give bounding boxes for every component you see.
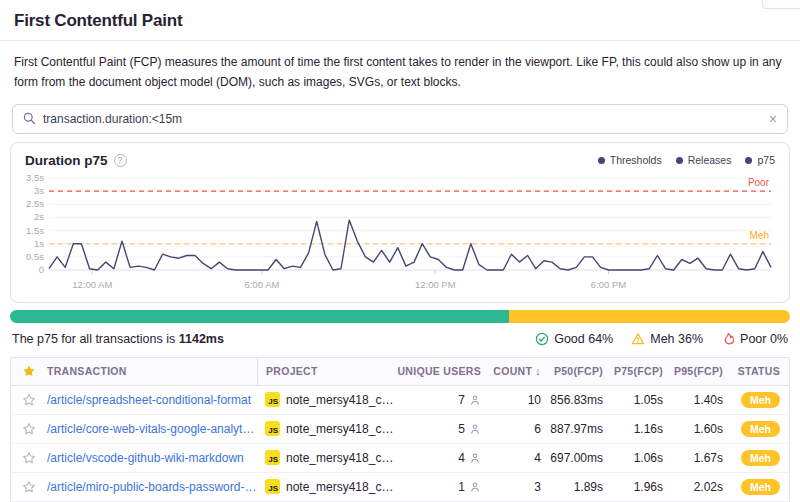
- legend-item-releases[interactable]: Releases: [676, 154, 732, 166]
- stat-label: Good 64%: [554, 332, 613, 346]
- chart-legend: Thresholds Releases p75: [598, 154, 775, 166]
- column-header-project[interactable]: PROJECT: [257, 358, 397, 385]
- legend-dot: [598, 157, 605, 164]
- js-project-badge-icon: JS: [265, 450, 280, 465]
- project-name[interactable]: note_mersy418_com: [286, 422, 397, 436]
- flame-icon: [721, 332, 735, 346]
- transactions-table: TRANSACTION PROJECT UNIQUE USERS COUNT ↓…: [10, 357, 790, 502]
- legend-item-p75[interactable]: p75: [745, 154, 775, 166]
- p75-value: 1142ms: [179, 332, 224, 346]
- p50-value: 697.00ms: [543, 451, 605, 465]
- threshold-label-meh: Meh: [750, 229, 769, 240]
- p95-value: 1.40s: [665, 393, 725, 407]
- project-name[interactable]: note_mersy418_com: [286, 480, 397, 494]
- count-value: 10: [483, 393, 543, 407]
- summary-row: The p75 for all transactions is 1142ms G…: [12, 332, 788, 346]
- transaction-link[interactable]: /article/core-web-vitals-google-analytic…: [47, 422, 257, 436]
- chart-title: Duration p75: [25, 153, 108, 168]
- p50-value: 856.83ms: [543, 393, 605, 407]
- project-name[interactable]: note_mersy418_com: [286, 393, 397, 407]
- good-bar-segment[interactable]: [10, 310, 509, 323]
- column-header-transaction[interactable]: TRANSACTION: [47, 365, 257, 377]
- legend-dot: [676, 157, 683, 164]
- status-badge: Meh: [741, 479, 780, 495]
- vitals-distribution-bar[interactable]: [10, 310, 790, 323]
- column-header-p50[interactable]: P50(FCP): [543, 365, 605, 377]
- star-outline-icon[interactable]: [22, 451, 36, 465]
- status-badge: Meh: [741, 392, 780, 408]
- fcp-page: First Contentful Paint First Contentful …: [0, 0, 800, 502]
- y-axis-label: 2s: [34, 211, 44, 222]
- duration-chart-svg[interactable]: 3.5s3s2.5s2s1.5s1s0.5s012:00 AM6:00 AM12…: [21, 170, 777, 294]
- stat-good: Good 64%: [535, 332, 613, 346]
- unique-users-value: 4: [458, 451, 465, 465]
- status-badge: Meh: [741, 421, 780, 437]
- p75-value-cell: 1.96s: [605, 480, 665, 494]
- status-badge: Meh: [741, 450, 780, 466]
- help-icon[interactable]: ?: [114, 154, 127, 167]
- js-project-badge-icon: JS: [265, 479, 280, 494]
- column-header-status[interactable]: STATUS: [725, 365, 789, 377]
- transaction-link[interactable]: /article/miro-public-boards-password-pro…: [47, 480, 257, 494]
- corner-button-sliver: [762, 0, 800, 9]
- p50-value: 887.97ms: [543, 422, 605, 436]
- p95-value: 2.02s: [665, 480, 725, 494]
- star-outline-icon[interactable]: [22, 422, 36, 436]
- user-icon: [469, 452, 481, 464]
- y-axis-label: 3.5s: [26, 172, 44, 183]
- duration-chart-card: Duration p75 ? Thresholds Releases p75 3…: [10, 142, 790, 303]
- user-icon: [469, 481, 481, 493]
- y-axis-label: 0: [39, 264, 44, 275]
- y-axis-label: 3s: [34, 185, 44, 196]
- unique-users-value: 5: [458, 422, 465, 436]
- search-bar[interactable]: ×: [12, 104, 788, 134]
- y-axis-label: 2.5s: [26, 198, 44, 209]
- check-circle-icon: [535, 332, 549, 346]
- p95-value: 1.67s: [665, 451, 725, 465]
- table-row: /article/miro-public-boards-password-pro…: [11, 473, 789, 502]
- column-header-p75[interactable]: P75(FCP): [605, 365, 665, 377]
- js-project-badge-icon: JS: [265, 392, 280, 407]
- p75-summary: The p75 for all transactions is 1142ms: [12, 332, 224, 346]
- legend-label: Thresholds: [610, 154, 662, 166]
- y-axis-label: 0.5s: [26, 251, 44, 262]
- sort-arrow-icon: ↓: [535, 365, 541, 377]
- p75-series-line: [49, 220, 771, 270]
- star-outline-icon[interactable]: [22, 393, 36, 407]
- table-header: TRANSACTION PROJECT UNIQUE USERS COUNT ↓…: [11, 358, 789, 386]
- table-row: /article/spreadsheet-conditional-format …: [11, 386, 789, 415]
- column-header-unique-users[interactable]: UNIQUE USERS: [397, 365, 483, 377]
- star-outline-icon[interactable]: [22, 480, 36, 494]
- search-icon: [23, 112, 36, 125]
- count-value: 4: [483, 451, 543, 465]
- clear-search-icon[interactable]: ×: [769, 112, 777, 126]
- legend-item-thresholds[interactable]: Thresholds: [598, 154, 662, 166]
- table-row: /article/vscode-github-wiki-markdown JS …: [11, 444, 789, 473]
- count-value: 3: [483, 480, 543, 494]
- page-header: First Contentful Paint: [0, 0, 800, 41]
- star-column-header[interactable]: [11, 364, 47, 378]
- warning-triangle-icon: [631, 332, 645, 346]
- p75-value-cell: 1.16s: [605, 422, 665, 436]
- column-header-p95[interactable]: P95(FCP): [665, 365, 725, 377]
- project-name[interactable]: note_mersy418_com: [286, 451, 397, 465]
- stat-label: Poor 0%: [740, 332, 788, 346]
- search-input[interactable]: [43, 112, 762, 126]
- x-axis-label: 6:00 PM: [591, 279, 626, 290]
- column-header-count[interactable]: COUNT ↓: [483, 365, 543, 377]
- unique-users-value: 7: [458, 393, 465, 407]
- user-icon: [469, 394, 481, 406]
- transaction-link[interactable]: /article/vscode-github-wiki-markdown: [47, 451, 244, 465]
- summary-stats: Good 64% Meh 36% Poor 0%: [535, 332, 788, 346]
- stat-poor: Poor 0%: [721, 332, 788, 346]
- legend-dot: [745, 157, 752, 164]
- count-value: 6: [483, 422, 543, 436]
- x-axis-label: 6:00 AM: [245, 279, 280, 290]
- page-description: First Contentful Paint (FCP) measures th…: [0, 41, 800, 97]
- stat-label: Meh 36%: [650, 332, 703, 346]
- x-axis-label: 12:00 PM: [415, 279, 456, 290]
- p75-value-cell: 1.05s: [605, 393, 665, 407]
- transaction-link[interactable]: /article/spreadsheet-conditional-format: [47, 393, 251, 407]
- meh-bar-segment[interactable]: [509, 310, 790, 323]
- p75-value-cell: 1.06s: [605, 451, 665, 465]
